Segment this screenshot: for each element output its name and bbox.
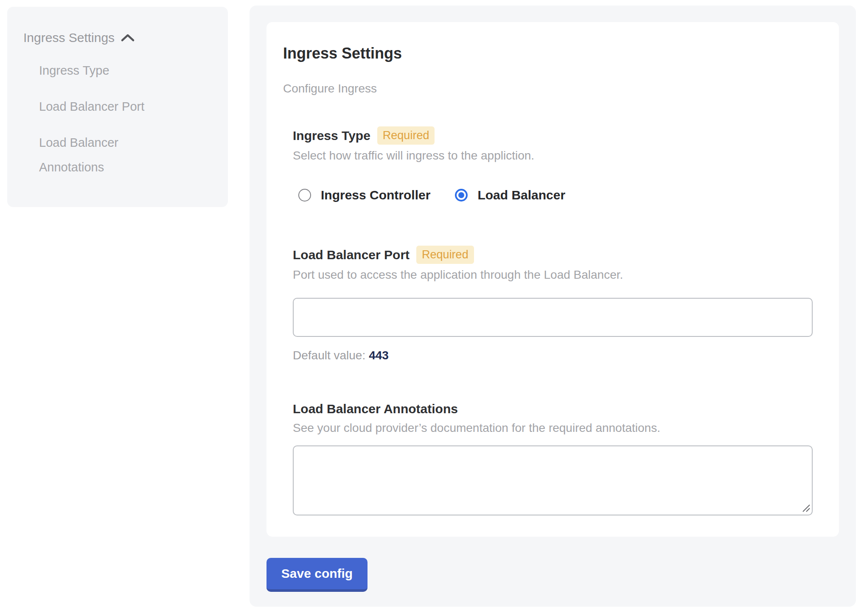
load-balancer-annotations-textarea[interactable]	[293, 445, 813, 515]
page-title: Ingress Settings	[283, 46, 813, 61]
field-label-load-balancer-port: Load Balancer Port	[293, 247, 410, 263]
sidebar-group-label: Ingress Settings	[23, 31, 115, 45]
field-description: Select how traffic will ingress to the a…	[293, 148, 813, 163]
page-subtitle: Configure Ingress	[283, 81, 813, 96]
radio-ingress-controller[interactable]: Ingress Controller	[298, 187, 430, 203]
field-description: See your cloud provider’s documentation …	[293, 420, 813, 436]
resize-handle-icon[interactable]	[801, 503, 811, 512]
settings-sidebar: Ingress Settings Ingress Type Load Balan…	[7, 7, 228, 207]
required-badge: Required	[377, 126, 435, 145]
field-label-load-balancer-annotations: Load Balancer Annotations	[293, 401, 458, 417]
load-balancer-port-input[interactable]	[293, 298, 813, 337]
chevron-up-icon	[121, 33, 135, 43]
sidebar-item-load-balancer-port[interactable]: Load Balancer Port	[23, 94, 180, 119]
default-value-label: Default value:	[293, 349, 365, 362]
field-section-load-balancer-port: Load Balancer Port Required Port used to…	[293, 246, 813, 363]
save-config-button[interactable]: Save config	[266, 558, 367, 592]
field-section-ingress-type: Ingress Type Required Select how traffic…	[293, 126, 813, 203]
required-badge: Required	[416, 246, 474, 264]
sidebar-item-ingress-type[interactable]: Ingress Type	[23, 58, 180, 83]
sidebar-item-load-balancer-annotations[interactable]: Load Balancer Annotations	[23, 130, 180, 179]
field-label-ingress-type: Ingress Type	[293, 128, 370, 144]
ingress-type-radio-group: Ingress Controller Load Balancer	[293, 187, 813, 203]
radio-load-balancer[interactable]: Load Balancer	[455, 187, 565, 203]
sidebar-item-list: Ingress Type Load Balancer Port Load Bal…	[23, 58, 211, 179]
default-value-note: Default value:443	[293, 348, 813, 363]
default-value: 443	[369, 349, 389, 362]
main-panel: Ingress Settings Configure Ingress Ingre…	[250, 6, 856, 607]
sidebar-group-ingress-settings[interactable]: Ingress Settings	[23, 29, 211, 47]
field-description: Port used to access the application thro…	[293, 267, 813, 283]
radio-label: Ingress Controller	[321, 187, 430, 203]
field-section-load-balancer-annotations: Load Balancer Annotations See your cloud…	[293, 401, 813, 515]
radio-circle-icon[interactable]	[298, 189, 311, 202]
radio-circle-icon[interactable]	[455, 189, 468, 202]
settings-card: Ingress Settings Configure Ingress Ingre…	[266, 22, 839, 537]
radio-label: Load Balancer	[477, 187, 565, 203]
